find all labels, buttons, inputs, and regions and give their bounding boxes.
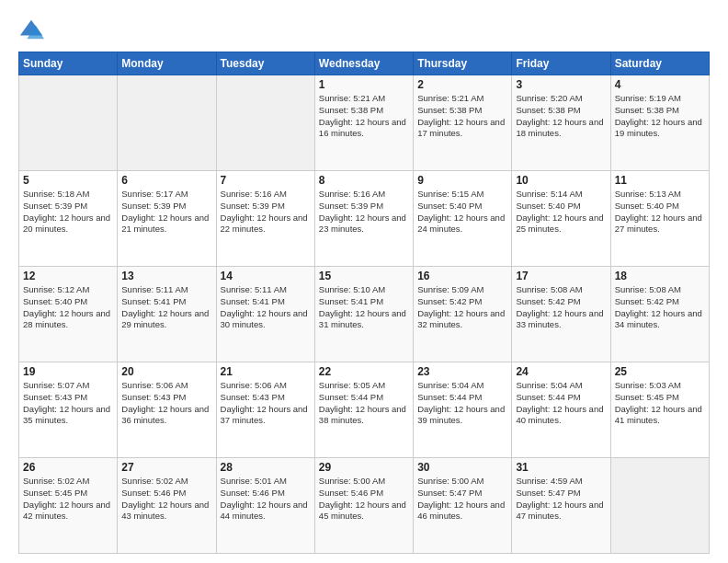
day-number: 30 xyxy=(417,461,507,474)
day-number: 23 xyxy=(417,365,507,378)
day-info: Sunrise: 5:14 AM Sunset: 5:40 PM Dayligh… xyxy=(516,189,606,236)
day-number: 13 xyxy=(121,270,211,282)
calendar-cell: 7Sunrise: 5:16 AM Sunset: 5:39 PM Daylig… xyxy=(216,171,314,267)
calendar-cell: 26Sunrise: 5:02 AM Sunset: 5:45 PM Dayli… xyxy=(19,458,118,554)
day-number: 4 xyxy=(615,78,705,91)
weekday-header-friday: Friday xyxy=(512,52,610,75)
day-info: Sunrise: 5:16 AM Sunset: 5:39 PM Dayligh… xyxy=(221,189,311,236)
calendar-cell: 5Sunrise: 5:18 AM Sunset: 5:39 PM Daylig… xyxy=(19,171,118,267)
day-info: Sunrise: 5:15 AM Sunset: 5:40 PM Dayligh… xyxy=(417,189,507,236)
day-info: Sunrise: 5:01 AM Sunset: 5:46 PM Dayligh… xyxy=(221,476,311,523)
calendar-cell: 15Sunrise: 5:10 AM Sunset: 5:41 PM Dayli… xyxy=(314,267,413,362)
weekday-header-thursday: Thursday xyxy=(414,52,512,75)
calendar-cell: 27Sunrise: 5:02 AM Sunset: 5:46 PM Dayli… xyxy=(118,458,216,554)
day-number: 12 xyxy=(23,270,113,282)
day-number: 7 xyxy=(221,174,311,187)
calendar-cell: 8Sunrise: 5:16 AM Sunset: 5:39 PM Daylig… xyxy=(314,171,413,267)
day-info: Sunrise: 5:12 AM Sunset: 5:40 PM Dayligh… xyxy=(23,284,113,331)
day-info: Sunrise: 5:02 AM Sunset: 5:46 PM Dayligh… xyxy=(121,476,211,523)
calendar-cell: 10Sunrise: 5:14 AM Sunset: 5:40 PM Dayli… xyxy=(512,171,610,267)
calendar-cell: 23Sunrise: 5:04 AM Sunset: 5:44 PM Dayli… xyxy=(414,362,512,458)
weekday-header-sunday: Sunday xyxy=(19,52,118,75)
calendar-cell: 20Sunrise: 5:06 AM Sunset: 5:43 PM Dayli… xyxy=(118,362,216,458)
weekday-header-tuesday: Tuesday xyxy=(216,52,314,75)
day-info: Sunrise: 5:02 AM Sunset: 5:45 PM Dayligh… xyxy=(23,476,113,523)
weekday-header-row: SundayMondayTuesdayWednesdayThursdayFrid… xyxy=(19,52,710,75)
day-info: Sunrise: 5:09 AM Sunset: 5:42 PM Dayligh… xyxy=(417,284,507,331)
calendar-week-2: 5Sunrise: 5:18 AM Sunset: 5:39 PM Daylig… xyxy=(19,171,710,267)
day-info: Sunrise: 5:11 AM Sunset: 5:41 PM Dayligh… xyxy=(121,284,211,331)
day-number: 29 xyxy=(319,461,409,474)
day-number: 2 xyxy=(417,78,507,91)
day-info: Sunrise: 5:19 AM Sunset: 5:38 PM Dayligh… xyxy=(615,93,705,140)
weekday-header-saturday: Saturday xyxy=(610,52,709,75)
calendar-cell: 31Sunrise: 4:59 AM Sunset: 5:47 PM Dayli… xyxy=(512,458,610,554)
day-info: Sunrise: 5:03 AM Sunset: 5:45 PM Dayligh… xyxy=(615,380,705,427)
calendar-cell: 30Sunrise: 5:00 AM Sunset: 5:47 PM Dayli… xyxy=(414,458,512,554)
day-info: Sunrise: 5:05 AM Sunset: 5:44 PM Dayligh… xyxy=(319,380,409,427)
day-number: 18 xyxy=(615,270,705,282)
header xyxy=(18,17,710,42)
day-info: Sunrise: 4:59 AM Sunset: 5:47 PM Dayligh… xyxy=(516,476,606,523)
day-number: 25 xyxy=(615,365,705,378)
calendar-cell: 2Sunrise: 5:21 AM Sunset: 5:38 PM Daylig… xyxy=(414,75,512,171)
calendar-cell: 21Sunrise: 5:06 AM Sunset: 5:43 PM Dayli… xyxy=(216,362,314,458)
day-number: 24 xyxy=(516,365,606,378)
day-info: Sunrise: 5:21 AM Sunset: 5:38 PM Dayligh… xyxy=(417,93,507,140)
calendar-cell xyxy=(118,75,216,171)
calendar-cell: 18Sunrise: 5:08 AM Sunset: 5:42 PM Dayli… xyxy=(610,267,709,362)
day-info: Sunrise: 5:18 AM Sunset: 5:39 PM Dayligh… xyxy=(23,189,113,236)
calendar-cell: 11Sunrise: 5:13 AM Sunset: 5:40 PM Dayli… xyxy=(610,171,709,267)
logo xyxy=(18,17,48,42)
day-number: 14 xyxy=(221,270,311,282)
day-info: Sunrise: 5:11 AM Sunset: 5:41 PM Dayligh… xyxy=(221,284,311,331)
day-info: Sunrise: 5:16 AM Sunset: 5:39 PM Dayligh… xyxy=(319,189,409,236)
calendar-cell: 24Sunrise: 5:04 AM Sunset: 5:44 PM Dayli… xyxy=(512,362,610,458)
day-number: 15 xyxy=(319,270,409,282)
day-info: Sunrise: 5:20 AM Sunset: 5:38 PM Dayligh… xyxy=(516,93,606,140)
day-number: 17 xyxy=(516,270,606,282)
calendar-week-1: 1Sunrise: 5:21 AM Sunset: 5:38 PM Daylig… xyxy=(19,75,710,171)
day-info: Sunrise: 5:00 AM Sunset: 5:46 PM Dayligh… xyxy=(319,476,409,523)
page: SundayMondayTuesdayWednesdayThursdayFrid… xyxy=(0,0,728,563)
day-number: 3 xyxy=(516,78,606,91)
calendar-cell: 14Sunrise: 5:11 AM Sunset: 5:41 PM Dayli… xyxy=(216,267,314,362)
day-number: 5 xyxy=(23,174,113,187)
weekday-header-wednesday: Wednesday xyxy=(314,52,413,75)
day-info: Sunrise: 5:08 AM Sunset: 5:42 PM Dayligh… xyxy=(516,284,606,331)
day-number: 8 xyxy=(319,174,409,187)
day-number: 27 xyxy=(121,461,211,474)
day-number: 16 xyxy=(417,270,507,282)
calendar-cell: 29Sunrise: 5:00 AM Sunset: 5:46 PM Dayli… xyxy=(314,458,413,554)
day-info: Sunrise: 5:08 AM Sunset: 5:42 PM Dayligh… xyxy=(615,284,705,331)
calendar-cell: 4Sunrise: 5:19 AM Sunset: 5:38 PM Daylig… xyxy=(610,75,709,171)
calendar-cell: 13Sunrise: 5:11 AM Sunset: 5:41 PM Dayli… xyxy=(118,267,216,362)
day-info: Sunrise: 5:04 AM Sunset: 5:44 PM Dayligh… xyxy=(516,380,606,427)
calendar-week-4: 19Sunrise: 5:07 AM Sunset: 5:43 PM Dayli… xyxy=(19,362,710,458)
day-number: 11 xyxy=(615,174,705,187)
calendar-cell xyxy=(610,458,709,554)
day-info: Sunrise: 5:21 AM Sunset: 5:38 PM Dayligh… xyxy=(319,93,409,140)
day-number: 20 xyxy=(121,365,211,378)
day-number: 21 xyxy=(221,365,311,378)
day-info: Sunrise: 5:04 AM Sunset: 5:44 PM Dayligh… xyxy=(417,380,507,427)
calendar-cell: 25Sunrise: 5:03 AM Sunset: 5:45 PM Dayli… xyxy=(610,362,709,458)
day-info: Sunrise: 5:10 AM Sunset: 5:41 PM Dayligh… xyxy=(319,284,409,331)
calendar-cell: 19Sunrise: 5:07 AM Sunset: 5:43 PM Dayli… xyxy=(19,362,118,458)
day-number: 6 xyxy=(121,174,211,187)
day-number: 19 xyxy=(23,365,113,378)
day-number: 1 xyxy=(319,78,409,91)
calendar-cell: 3Sunrise: 5:20 AM Sunset: 5:38 PM Daylig… xyxy=(512,75,610,171)
weekday-header-monday: Monday xyxy=(118,52,216,75)
day-number: 10 xyxy=(516,174,606,187)
day-number: 22 xyxy=(319,365,409,378)
calendar-week-3: 12Sunrise: 5:12 AM Sunset: 5:40 PM Dayli… xyxy=(19,267,710,362)
day-info: Sunrise: 5:13 AM Sunset: 5:40 PM Dayligh… xyxy=(615,189,705,236)
calendar-cell: 12Sunrise: 5:12 AM Sunset: 5:40 PM Dayli… xyxy=(19,267,118,362)
calendar-cell: 1Sunrise: 5:21 AM Sunset: 5:38 PM Daylig… xyxy=(314,75,413,171)
day-info: Sunrise: 5:17 AM Sunset: 5:39 PM Dayligh… xyxy=(121,189,211,236)
calendar-cell: 17Sunrise: 5:08 AM Sunset: 5:42 PM Dayli… xyxy=(512,267,610,362)
day-number: 26 xyxy=(23,461,113,474)
day-number: 31 xyxy=(516,461,606,474)
calendar-cell: 22Sunrise: 5:05 AM Sunset: 5:44 PM Dayli… xyxy=(314,362,413,458)
